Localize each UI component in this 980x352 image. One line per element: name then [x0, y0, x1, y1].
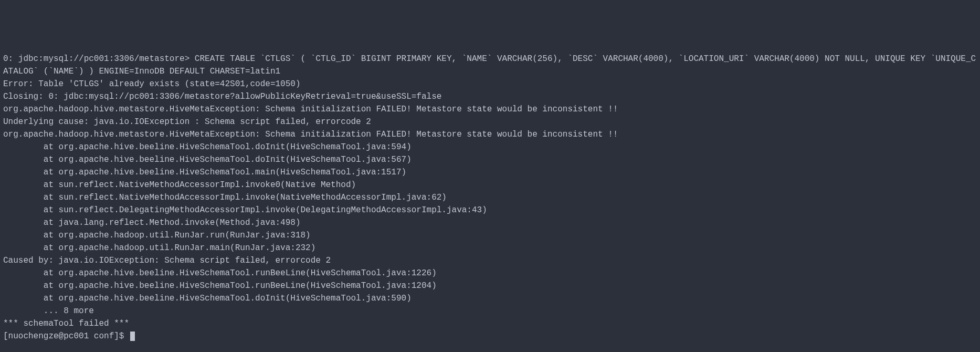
shell-prompt: [nuochengze@pc001 conf]$	[3, 332, 129, 341]
output-line: at org.apache.hadoop.util.RunJar.main(Ru…	[3, 242, 977, 254]
output-line: at org.apache.hive.beeline.HiveSchemaToo…	[3, 141, 977, 153]
cursor-icon	[130, 332, 135, 341]
output-line: *** schemaTool failed ***	[3, 317, 977, 330]
output-line: at sun.reflect.NativeMethodAccessorImpl.…	[3, 191, 977, 204]
output-line: Closing: 0: jdbc:mysql://pc001:3306/meta…	[3, 90, 977, 103]
output-line: at sun.reflect.NativeMethodAccessorImpl.…	[3, 179, 977, 191]
output-line: at org.apache.hadoop.util.RunJar.run(Run…	[3, 229, 977, 242]
output-line: at java.lang.reflect.Method.invoke(Metho…	[3, 216, 977, 229]
output-line: at org.apache.hive.beeline.HiveSchemaToo…	[3, 279, 977, 292]
output-line: Underlying cause: java.io.IOException : …	[3, 116, 977, 128]
output-line: at org.apache.hive.beeline.HiveSchemaToo…	[3, 292, 977, 305]
output-line: at org.apache.hive.beeline.HiveSchemaToo…	[3, 267, 977, 279]
output-line: at sun.reflect.DelegatingMethodAccessorI…	[3, 204, 977, 216]
output-line: Caused by: java.io.IOException: Schema s…	[3, 254, 977, 267]
output-line: org.apache.hadoop.hive.metastore.HiveMet…	[3, 103, 977, 116]
output-line: ... 8 more	[3, 305, 977, 317]
output-line: at org.apache.hive.beeline.HiveSchemaToo…	[3, 153, 977, 166]
prompt-line[interactable]: [nuochengze@pc001 conf]$	[3, 330, 977, 343]
output-line: Error: Table 'CTLGS' already exists (sta…	[3, 78, 977, 90]
output-line: 0: jdbc:mysql://pc001:3306/metastore> CR…	[3, 53, 977, 78]
output-line: org.apache.hadoop.hive.metastore.HiveMet…	[3, 128, 977, 141]
output-line: at org.apache.hive.beeline.HiveSchemaToo…	[3, 166, 977, 179]
terminal-output: 0: jdbc:mysql://pc001:3306/metastore> CR…	[3, 53, 977, 343]
